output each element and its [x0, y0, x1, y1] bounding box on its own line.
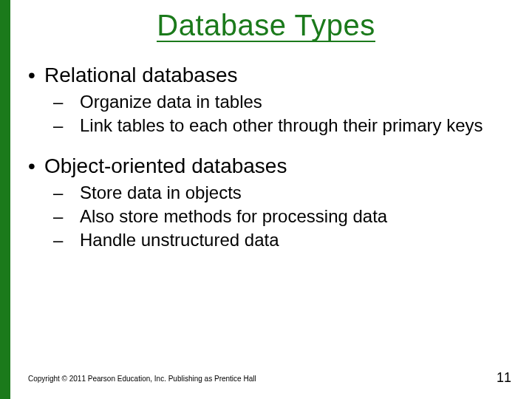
bullet-text: Link tables to each other through their … — [80, 115, 483, 135]
bullet-level1: Relational databases — [28, 62, 510, 88]
bullet-text: Object-oriented databases — [44, 154, 287, 177]
slide-title: Database Types — [0, 9, 532, 42]
bullet-text: Store data in objects — [80, 183, 242, 202]
bullet-text: Also store methods for processing data — [80, 206, 387, 226]
bullet-level2: –Store data in objects — [28, 182, 510, 204]
accent-bar — [0, 0, 10, 399]
bullet-text: Relational databases — [44, 64, 238, 86]
spacer — [28, 138, 510, 149]
copyright-text: Copyright © 2011 Pearson Education, Inc.… — [28, 375, 256, 383]
bullet-level1: Object-oriented databases — [28, 153, 510, 179]
bullet-level2: –Link tables to each other through their… — [28, 115, 510, 137]
bullet-text: Handle unstructured data — [80, 230, 279, 250]
slide: Database Types Relational databases –Org… — [0, 0, 532, 399]
bullet-text: Organize data in tables — [80, 92, 262, 112]
bullet-level2: –Also store methods for processing data — [28, 205, 510, 228]
title-text: Database Types — [157, 10, 375, 42]
slide-content: Relational databases –Organize data in t… — [28, 58, 510, 253]
bullet-level2: –Handle unstructured data — [28, 229, 510, 251]
page-number: 11 — [497, 370, 511, 386]
bullet-level2: –Organize data in tables — [28, 91, 510, 113]
